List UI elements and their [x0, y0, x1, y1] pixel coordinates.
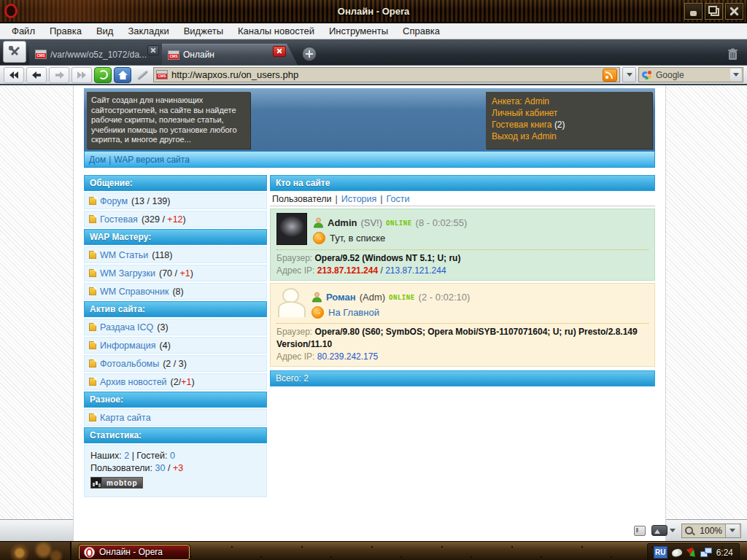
breadcrumb: Дом | WAP версия сайта — [84, 151, 655, 168]
sidebar-item-news-archive[interactable]: Архив новостей (2/+1) — [84, 373, 267, 390]
zoom-dropdown-button[interactable] — [725, 524, 739, 537]
doc-icon — [89, 287, 96, 295]
panels-icon[interactable] — [634, 526, 646, 536]
close-button[interactable] — [725, 3, 743, 20]
rewind-icon — [9, 71, 19, 79]
trash-icon — [727, 48, 738, 61]
online-user-entry: Роман (Adm) ONLINE (2 - 0:02:10) → На Гл… — [270, 283, 655, 367]
chevron-down-icon — [627, 73, 632, 77]
panels-toggle-button[interactable] — [3, 41, 26, 63]
browser-line: Браузер: Opera/9.80 (S60; SymbOS; Opera … — [276, 326, 649, 351]
back-button[interactable] — [26, 67, 47, 83]
sidebar-item-icq[interactable]: Раздача ICQ (3) — [84, 319, 267, 335]
breadcrumb-home-link[interactable]: Дом — [89, 155, 106, 165]
cabinet-link[interactable]: Личный кабинет — [492, 107, 557, 119]
tray-antivirus-icon[interactable] — [686, 548, 696, 557]
menu-edit[interactable]: Правка — [42, 24, 89, 38]
tab-close-icon[interactable] — [273, 46, 286, 57]
tab-label: Онлайн — [183, 50, 279, 60]
tab-history-link[interactable]: История — [341, 194, 376, 204]
sidebar-item-articles[interactable]: WM Статьи (118) — [84, 246, 267, 263]
doc-icon — [89, 413, 96, 421]
tab-close-icon[interactable] — [147, 45, 159, 55]
minimize-icon — [690, 11, 697, 16]
refresh-button[interactable] — [94, 67, 112, 83]
address-dropdown-button[interactable] — [622, 67, 636, 82]
fast-forward-button[interactable] — [71, 67, 92, 83]
home-icon — [118, 71, 128, 79]
opera-window: Онлайн - Opera Файл Правка Вид Закладки … — [0, 0, 747, 560]
logout-link[interactable]: Выход из Admin — [492, 131, 557, 142]
doc-icon — [89, 359, 96, 368]
zoom-level: 100% — [696, 526, 722, 536]
tab-background-page[interactable]: CMS /var/www/o5z_1072/da... — [29, 44, 169, 65]
google-icon — [642, 70, 652, 80]
online-user-entry: Admin (SV!) ONLINE (8 - 0:02:55) → Тут, … — [270, 209, 655, 281]
cms-favicon-icon: CMS — [168, 50, 179, 60]
home-button[interactable] — [114, 67, 131, 83]
menu-bookmarks[interactable]: Закладки — [120, 24, 176, 38]
search-input[interactable]: Google — [638, 67, 743, 82]
url-text[interactable]: http://wapxos.ru/on_users.php — [171, 69, 599, 80]
menu-file[interactable]: Файл — [4, 24, 42, 38]
sidebar-item-photoalbums[interactable]: Фотоальбомы (2 / 3) — [84, 355, 267, 372]
menu-feeds[interactable]: Каналы новостей — [231, 24, 322, 38]
forward-button[interactable] — [49, 67, 69, 83]
start-button[interactable] — [0, 542, 71, 560]
doc-icon — [89, 251, 96, 259]
menu-help[interactable]: Справка — [395, 24, 447, 38]
tab-online-active[interactable]: CMS Онлайн — [162, 44, 298, 65]
sidebar-item-guestbook[interactable]: Гостевая (329 / +12) — [84, 211, 267, 228]
sidebar-item-information[interactable]: Информация (4) — [84, 337, 267, 354]
sidebar-item-forum[interactable]: Форум (13 / 139) — [84, 192, 267, 209]
rewind-button[interactable] — [4, 67, 24, 83]
tray-clock[interactable]: 6:24 — [716, 548, 733, 558]
sidebar-item-handbook[interactable]: WM Справочник (8) — [84, 283, 267, 300]
section-header-statistics: Статистика: — [84, 427, 267, 443]
menu-view[interactable]: Вид — [89, 24, 121, 38]
sidebar-item-downloads[interactable]: WM Загрузки (70 / +1) — [84, 265, 267, 281]
language-indicator[interactable]: RU — [654, 546, 667, 559]
pencil-icon — [136, 70, 148, 80]
ip-line: Адрес IP: 80.239.242.175 — [276, 351, 649, 363]
stats-line-visitors: Наших: 2 | Гостей: 0 — [90, 450, 260, 462]
taskbar-task-opera[interactable]: Онлайн - Opera — [79, 545, 190, 560]
rss-icon[interactable] — [603, 69, 617, 82]
tray-network-icon[interactable] — [700, 548, 712, 557]
search-dropdown-button[interactable] — [730, 69, 741, 81]
cms-favicon-icon: CMS — [156, 70, 168, 79]
doc-icon — [89, 197, 96, 205]
images-toggle-button[interactable] — [651, 525, 676, 536]
main-panel: Кто на сайте Пользователи | История | Го… — [270, 174, 655, 386]
ip-link[interactable]: 80.239.242.175 — [317, 351, 378, 362]
stats-line-users: Пользователи: 30 / +3 — [90, 462, 260, 475]
user-location[interactable]: На Главной — [328, 307, 379, 318]
tray-shell-icon[interactable] — [671, 548, 683, 557]
fast-forward-icon — [77, 71, 87, 79]
image-icon — [651, 525, 667, 536]
note-button[interactable] — [133, 68, 151, 82]
new-tab-button[interactable] — [302, 47, 317, 61]
profile-link[interactable]: Анкета: Admin — [492, 96, 549, 107]
section-header-communication: Общение: — [84, 175, 267, 191]
tab-guests-link[interactable]: Гости — [387, 194, 410, 204]
breadcrumb-wap-link[interactable]: WAP версия сайта — [114, 155, 190, 165]
avatar — [276, 287, 306, 318]
minimize-button[interactable] — [684, 3, 703, 20]
address-field[interactable]: CMS http://wapxos.ru/on_users.php — [153, 67, 620, 82]
closed-tabs-button[interactable] — [727, 48, 738, 61]
mobtop-badge[interactable]: mobtop — [90, 477, 143, 489]
guestbook-link[interactable]: Гостевая книга — [492, 119, 552, 131]
user-name[interactable]: Роман — [326, 292, 356, 303]
user-group: (Adm) — [360, 292, 385, 303]
sidebar-item-sitemap[interactable]: Карта сайта — [84, 409, 267, 426]
ip-link[interactable]: 213.87.121.244 — [385, 265, 446, 276]
menu-widgets[interactable]: Виджеты — [177, 24, 231, 38]
zoom-control[interactable]: 100% — [681, 524, 741, 538]
arrow-icon: → — [311, 306, 324, 319]
restore-button[interactable] — [705, 3, 723, 20]
magnifier-icon — [685, 526, 693, 534]
site-wrapper: Сайт создан для начинающих сайтостроител… — [73, 85, 666, 560]
refresh-icon — [98, 70, 108, 79]
menu-tools[interactable]: Инструменты — [322, 24, 395, 38]
